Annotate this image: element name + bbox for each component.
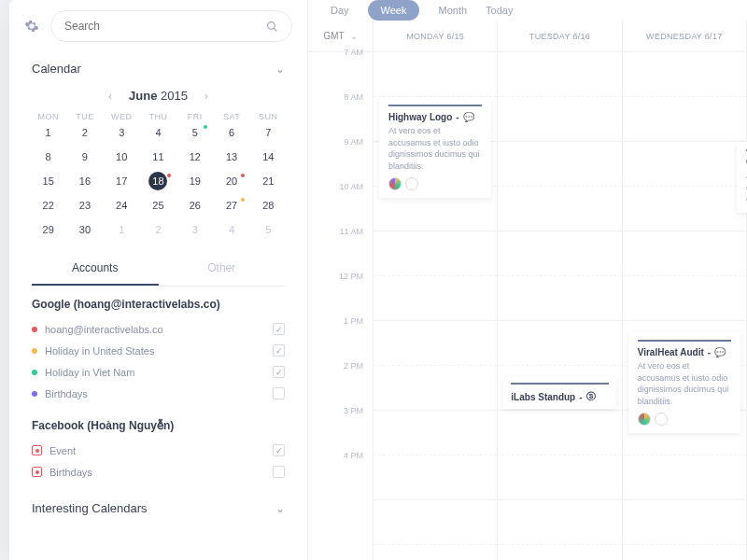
calendar-day[interactable]: 16 xyxy=(66,172,103,190)
checkbox[interactable] xyxy=(273,466,285,478)
time-slot[interactable] xyxy=(374,276,497,321)
calendar-day[interactable]: 5 xyxy=(176,123,213,142)
calendar-day[interactable]: 29 xyxy=(30,220,66,239)
calendar-day[interactable]: 22 xyxy=(30,196,66,215)
time-slot[interactable] xyxy=(374,321,497,366)
checkbox[interactable] xyxy=(273,387,285,399)
time-slot[interactable] xyxy=(498,52,621,97)
calendar-source-row[interactable]: Birthdays xyxy=(32,383,285,404)
time-slot[interactable] xyxy=(498,455,621,500)
calendar-source-row[interactable]: Birthdays xyxy=(32,461,285,483)
event-partial[interactable]: CAt vero eos et accusamus et iusto odio … xyxy=(737,142,747,213)
view-week[interactable]: Week xyxy=(368,0,420,21)
time-slot[interactable] xyxy=(623,231,746,276)
calendar-day[interactable]: 1 xyxy=(30,123,66,142)
calendar-day[interactable]: 21 xyxy=(250,172,287,190)
time-slot[interactable] xyxy=(623,187,746,231)
hour-label: 11 AM xyxy=(308,227,373,272)
time-slot[interactable] xyxy=(498,187,621,231)
calendar-day[interactable]: 17 xyxy=(104,172,140,190)
calendar-day[interactable]: 14 xyxy=(250,147,287,166)
time-slot[interactable] xyxy=(623,500,746,545)
time-slot[interactable] xyxy=(374,500,497,545)
checkbox[interactable]: ✓ xyxy=(273,444,285,456)
avatar xyxy=(655,413,668,426)
time-slot[interactable] xyxy=(498,142,621,187)
event-dot xyxy=(204,125,207,129)
calendar-day[interactable]: 6 xyxy=(213,123,249,142)
day-column: TUESDAY 6/16iLabs Standup-ⓢ xyxy=(498,21,622,560)
view-today[interactable]: Today xyxy=(486,5,513,16)
settings-icon[interactable] xyxy=(24,19,39,34)
time-slot[interactable] xyxy=(498,500,621,545)
calendar-day[interactable]: 7 xyxy=(250,123,287,142)
next-month[interactable]: › xyxy=(204,90,208,103)
checkbox[interactable]: ✓ xyxy=(273,366,285,378)
day-header[interactable]: MONDAY 6/15 xyxy=(374,21,497,52)
calendar-day[interactable]: 1 xyxy=(104,220,140,239)
calendar-day[interactable]: 26 xyxy=(176,196,213,215)
calendar-section-toggle[interactable]: Calendar ⌄ xyxy=(9,52,307,83)
calendar-day[interactable]: 23 xyxy=(66,196,103,215)
time-slot[interactable] xyxy=(498,276,621,321)
time-slot[interactable] xyxy=(498,545,621,560)
time-slot[interactable] xyxy=(623,97,746,142)
calendar-day[interactable]: 25 xyxy=(140,196,176,215)
calendar-day[interactable]: 10 xyxy=(104,147,140,166)
time-slot[interactable] xyxy=(623,455,746,500)
calendar-day[interactable]: 5 xyxy=(250,220,287,239)
calendar-day[interactable]: 13 xyxy=(213,147,249,166)
time-slot[interactable] xyxy=(374,411,497,455)
checkbox[interactable]: ✓ xyxy=(273,323,285,335)
time-slot[interactable] xyxy=(374,545,497,560)
time-slot[interactable] xyxy=(498,321,621,366)
tab-accounts[interactable]: Accounts xyxy=(32,252,159,286)
calendar-day[interactable]: 3 xyxy=(104,123,140,142)
calendar-source-row[interactable]: Holiday in United States✓ xyxy=(32,340,285,361)
calendar-day[interactable]: 28 xyxy=(250,196,287,215)
calendar-day[interactable]: 4 xyxy=(213,220,249,239)
calendar-day[interactable]: 15 xyxy=(30,172,66,190)
day-header[interactable]: WEDNESDAY 6/17 xyxy=(623,21,746,52)
event-highway-logo[interactable]: Highway Logo-💬At vero eos et accusamus e… xyxy=(379,97,491,198)
calendar-day[interactable]: 9 xyxy=(66,147,103,166)
time-slot[interactable] xyxy=(498,411,621,455)
event-viralheat-audit[interactable]: ViralHeat Audit-💬At vero eos et accusamu… xyxy=(628,332,740,433)
calendar-day[interactable]: 2 xyxy=(140,220,176,239)
view-month[interactable]: Month xyxy=(438,5,467,16)
calendar-day[interactable]: 20 xyxy=(213,172,249,190)
time-slot[interactable] xyxy=(623,52,746,97)
calendar-day[interactable]: 8 xyxy=(30,147,66,166)
checkbox[interactable]: ✓ xyxy=(273,344,285,357)
search-input[interactable] xyxy=(50,10,292,42)
interesting-calendars-toggle[interactable]: Interesting Calendars ⌄ xyxy=(9,492,307,523)
time-slot[interactable] xyxy=(498,231,621,276)
time-slot[interactable] xyxy=(498,97,621,142)
calendar-day[interactable]: 24 xyxy=(104,196,140,215)
tab-other[interactable]: Other xyxy=(159,252,286,286)
calendar-day[interactable]: 19 xyxy=(176,172,213,190)
event-ilabs-standup[interactable]: iLabs Standup-ⓢ xyxy=(503,377,615,409)
day-header[interactable]: TUESDAY 6/16 xyxy=(498,21,621,52)
calendar-source-row[interactable]: Event✓ xyxy=(32,440,285,461)
calendar-day[interactable]: 27 xyxy=(213,196,249,215)
color-bullet xyxy=(32,391,37,397)
time-slot[interactable] xyxy=(374,455,497,500)
time-slot[interactable] xyxy=(623,545,746,560)
time-slot[interactable] xyxy=(623,142,746,187)
calendar-day[interactable]: 30 xyxy=(66,220,103,239)
time-slot[interactable] xyxy=(374,366,497,411)
calendar-day[interactable]: 2 xyxy=(66,123,103,142)
calendar-day[interactable]: 11 xyxy=(140,147,176,166)
calendar-source-row[interactable]: Holiday in Viet Nam✓ xyxy=(32,361,285,383)
calendar-day[interactable]: 4 xyxy=(140,123,176,142)
view-day[interactable]: Day xyxy=(331,5,349,16)
calendar-day[interactable]: 3 xyxy=(176,220,213,239)
calendar-day[interactable]: 12 xyxy=(176,147,213,166)
time-slot[interactable] xyxy=(374,231,497,276)
time-slot[interactable] xyxy=(623,276,746,321)
calendar-source-row[interactable]: hoang@interactivelabs.co✓ xyxy=(32,318,285,340)
time-slot[interactable] xyxy=(374,52,497,97)
prev-month[interactable]: ‹ xyxy=(108,90,112,103)
calendar-day[interactable]: 18 xyxy=(140,172,176,190)
